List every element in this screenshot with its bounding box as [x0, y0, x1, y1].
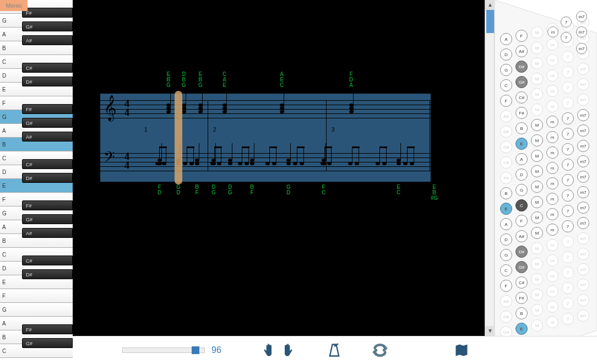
accordion-bass-button[interactable]: D# — [500, 311, 512, 323]
accordion-chord-button[interactable]: 7 — [562, 220, 574, 232]
playhead[interactable] — [175, 91, 182, 184]
accordion-chord-button[interactable]: 7 — [562, 174, 574, 186]
accordion-chord-button[interactable]: 7 — [562, 51, 574, 63]
accordion-chord-button[interactable]: m7 — [577, 309, 589, 322]
accordion-chord-button[interactable]: 7 — [562, 205, 574, 217]
accordion-chord-button[interactable]: m7 — [577, 248, 589, 260]
accordion-chord-button[interactable]: 7 — [562, 267, 574, 279]
accordion-bass-button[interactable]: A# — [515, 45, 528, 57]
accordion-bass-button[interactable]: D — [500, 48, 512, 61]
accordion-chord-button[interactable]: m7 — [577, 124, 589, 137]
accordion-bass-button[interactable]: C — [500, 264, 512, 276]
accordion-bass-button[interactable]: A — [515, 153, 528, 165]
accordion-chord-button[interactable]: m7 — [577, 78, 589, 90]
accordion-chord-button[interactable]: 7 — [562, 143, 574, 155]
accordion-bass-button[interactable]: G — [515, 184, 528, 196]
accordion-bass-button[interactable]: F — [500, 95, 512, 107]
black-key[interactable]: C# — [22, 159, 73, 169]
accordion-chord-button[interactable]: M — [531, 73, 543, 85]
scroll-up-arrow[interactable]: ▲ — [485, 0, 495, 10]
black-key[interactable]: G# — [22, 21, 73, 31]
black-key[interactable]: A# — [22, 35, 73, 45]
accordion-chord-button[interactable]: M — [531, 165, 543, 177]
accordion-chord-button[interactable]: m — [546, 239, 558, 251]
accordion-bass-button[interactable]: F — [500, 280, 512, 292]
accordion-chord-button[interactable]: m — [546, 316, 558, 328]
accordion-bass-button[interactable]: G — [500, 249, 512, 261]
accordion-chord-button[interactable]: m7 — [577, 186, 589, 198]
black-key[interactable]: A# — [22, 132, 73, 142]
accordion-chord-button[interactable]: m — [546, 301, 558, 313]
accordion-chord-button[interactable]: m — [546, 270, 558, 282]
accordion-chord-button[interactable]: m — [546, 193, 558, 205]
accordion-chord-button[interactable]: 7 — [562, 236, 574, 248]
accordion-bass-button[interactable]: F# — [515, 292, 528, 304]
accordion-bass-button[interactable]: F# — [515, 107, 528, 119]
accordion-bass-button[interactable]: B — [500, 187, 512, 199]
accordion-bass-button[interactable]: G# — [515, 76, 528, 88]
accordion-chord-button[interactable]: 7 — [561, 17, 572, 28]
tempo-slider[interactable] — [122, 347, 205, 353]
accordion-chord-button[interactable]: M — [531, 289, 543, 301]
accordion-chord-button[interactable]: m7 — [577, 155, 589, 167]
loop-icon[interactable] — [372, 343, 388, 358]
accordion-chord-button[interactable]: M — [531, 104, 543, 116]
accordion-chord-button[interactable]: m — [546, 131, 558, 143]
accordion-bass-button[interactable]: D — [515, 169, 528, 181]
white-key[interactable]: G — [0, 303, 73, 317]
accordion-chord-button[interactable]: M — [531, 88, 543, 100]
accordion-chord-button[interactable]: 7 — [562, 297, 574, 309]
accordion-chord-button[interactable]: M — [531, 134, 543, 146]
accordion-bass-button[interactable]: F — [515, 215, 528, 227]
accordion-chord-button[interactable]: m — [546, 254, 558, 267]
black-key[interactable]: F# — [22, 200, 73, 210]
scroll-thumb[interactable] — [486, 10, 494, 33]
accordion-chord-button[interactable]: 7 — [562, 82, 574, 94]
vertical-scrollbar[interactable]: ▲ ▼ — [485, 0, 495, 336]
accordion-chord-button[interactable]: 7 — [562, 282, 574, 294]
accordion-chord-button[interactable]: m — [546, 100, 558, 112]
accordion-chord-button[interactable]: m — [546, 208, 558, 220]
accordion-bass-button[interactable]: F# — [500, 172, 512, 184]
accordion-bass-button[interactable]: C# — [515, 276, 528, 289]
accordion-chord-button[interactable]: M — [531, 181, 543, 193]
accordion-chord-button[interactable]: m7 — [577, 171, 589, 183]
accordion-bass-button[interactable]: B — [515, 122, 528, 134]
accordion-bass-button[interactable]: C — [500, 79, 512, 91]
accordion-chord-button[interactable]: M — [531, 26, 543, 39]
accordion-bass-button[interactable]: B — [515, 307, 528, 319]
tempo-slider-thumb[interactable] — [192, 346, 199, 354]
black-key[interactable]: G# — [22, 338, 73, 348]
accordion-chord-button[interactable]: m7 — [577, 94, 589, 106]
black-key[interactable]: D# — [22, 173, 73, 183]
accordion-bass-button[interactable]: F — [515, 30, 528, 42]
accordion-chord-button[interactable]: m — [546, 162, 558, 174]
accordion-bass-button[interactable]: A — [500, 218, 512, 230]
accordion-chord-button[interactable]: m7 — [576, 43, 587, 54]
accordion-chord-button[interactable]: M — [531, 319, 543, 332]
accordion-bass-button[interactable]: G — [500, 64, 512, 76]
black-key[interactable]: F# — [22, 104, 73, 114]
accordion-bass-button[interactable]: C# — [515, 91, 528, 104]
black-key[interactable]: D# — [22, 269, 73, 279]
accordion-bass-button[interactable]: E — [500, 203, 512, 215]
accordion-chord-button[interactable]: m7 — [577, 63, 589, 75]
accordion-bass-button[interactable]: E — [515, 323, 528, 335]
accordion-chord-button[interactable]: m7 — [577, 109, 589, 121]
accordion-chord-button[interactable]: 7 — [562, 66, 574, 78]
navigator-map-icon[interactable] — [454, 343, 469, 358]
accordion-chord-button[interactable]: 7 — [562, 97, 574, 109]
accordion-bass-button[interactable]: G# — [515, 261, 528, 273]
accordion-chord-button[interactable]: m — [546, 39, 558, 51]
accordion-bass-button[interactable]: D# — [515, 61, 528, 73]
accordion-chord-button[interactable]: M — [531, 242, 543, 254]
accordion-chord-button[interactable]: m7 — [576, 11, 587, 22]
accordion-chord-button[interactable]: m7 — [577, 263, 589, 275]
accordion-bass-button[interactable]: D — [500, 233, 512, 246]
accordion-chord-button[interactable]: 7 — [562, 251, 574, 263]
accordion-chord-button[interactable]: m — [547, 26, 558, 37]
accordion-bass-button[interactable]: D# — [515, 246, 528, 258]
accordion-chord-button[interactable]: M — [531, 304, 543, 316]
accordion-chord-button[interactable]: m7 — [577, 140, 589, 152]
accordion-bass-button[interactable]: D# — [500, 126, 512, 138]
